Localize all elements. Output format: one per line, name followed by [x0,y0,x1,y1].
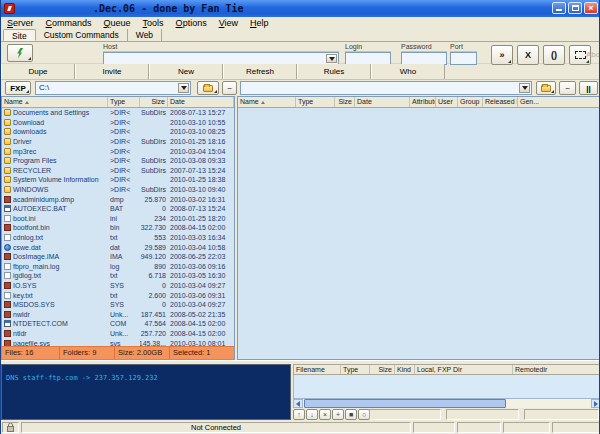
remote-header-group[interactable]: Group [458,97,483,107]
refresh-button[interactable]: Refresh [223,64,297,79]
file-row[interactable]: acadminidump.dmpdmp25.8702010-03-02 16:3… [2,194,234,204]
log-console[interactable]: DNS staff-ftp.com -> 237.357.129.232 [1,364,291,420]
quick-connect-button[interactable] [7,44,33,62]
file-row[interactable]: Program Files>DIR<36 SubDirs2010-03-08 0… [2,156,234,166]
file-cell-name: System Volume Information [2,175,108,184]
file-row[interactable]: RECYCLER>DIR<2 SubDirs2007-07-13 15:24 [2,166,234,176]
file-row[interactable]: NTDETECT.COMCOM47.5642008-04-15 02:00 [2,319,234,329]
remote-header-date[interactable]: Date [355,97,410,107]
local-header-date[interactable]: Date [168,97,234,107]
local-home-button[interactable]: ~ [222,81,237,95]
remote-path-dropdown-button[interactable] [519,83,530,93]
file-row[interactable]: boot.iniini2342010-01-25 18:20 [2,214,234,224]
host-dropdown-button[interactable] [326,54,337,63]
queue-list[interactable] [293,375,600,399]
file-row[interactable]: key.txttxt2.6002010-03-06 09:31 [2,290,234,300]
tilde-label: ~ [565,84,570,93]
file-row[interactable]: downloads>DIR<2010-03-10 08:25 [2,127,234,137]
remote-header-type[interactable]: Type [296,97,335,107]
local-path-dropdown-button[interactable] [178,83,189,93]
file-row[interactable]: igdlog.txttxt6.7182010-03-05 16:30 [2,271,234,281]
invite-button[interactable]: Invite [75,64,149,79]
queue-header-type[interactable]: Type [341,365,370,374]
chevron-down-icon [181,86,187,90]
tab-site[interactable]: Site [3,29,36,41]
menu-item-help[interactable]: Help [244,18,275,28]
remote-header-name[interactable]: Name [238,97,296,107]
menu-item-queue[interactable]: Queue [98,18,137,28]
queue-header-kind[interactable]: Kind [395,365,415,374]
queue-status-box-3 [524,409,599,420]
local-folder-up-button[interactable] [197,81,219,95]
double-arrow-button[interactable]: » [491,45,513,65]
file-row[interactable]: Documents and Settings>DIR<5 SubDirs2008… [2,108,234,118]
remote-header-released-by[interactable]: Released by [483,97,518,107]
tab-web[interactable]: Web [128,29,162,41]
host-label: Host [103,43,339,52]
file-row[interactable]: IO.SYSSYS02010-03-04 09:27 [2,281,234,291]
queue-header-filename[interactable]: Filename [294,365,341,374]
file-row[interactable]: ntldrUnk...257.7202008-04-15 02:00 [2,329,234,339]
file-row[interactable]: DosImage.IMAIMA2.949.1202008-06-25 22:03 [2,252,234,262]
file-row[interactable]: WINDOWS>DIR<42 SubDirs2010-03-10 09:40 [2,185,234,195]
file-row[interactable]: fbpro_main.loglog8902010-03-06 09:16 [2,262,234,272]
rules-button[interactable]: Rules [297,64,371,79]
remote-header-gen-[interactable]: Gen... [518,97,600,107]
local-path-combo[interactable]: C:\ [35,81,191,95]
queue-move-down-button[interactable]: ↓ [306,409,318,420]
menu-item-tools[interactable]: Tools [137,18,170,28]
local-status-strip: Files: 16 Folders: 9 Size: 2.00GB Select… [2,346,234,359]
abort-x-button[interactable]: X [517,45,539,65]
file-row[interactable]: System Volume Information>DIR<2010-01-25… [2,175,234,185]
remote-header-attributes[interactable]: Attributes [410,97,436,107]
queue-header-remotedir[interactable]: Remotedir [513,365,600,374]
local-header-type[interactable]: Type [108,97,140,107]
scroll-right-button[interactable] [591,399,600,408]
close-button[interactable]: × [584,2,598,14]
file-row[interactable]: Download>DIR<2010-03-10 10:55 [2,118,234,128]
scroll-left-button[interactable] [293,399,303,408]
remote-home-button[interactable]: ~ [559,81,576,95]
file-cell-date: 2008-04-15 02:00 [168,223,232,232]
queue-remove-button[interactable]: × [319,409,331,420]
queue-add-button[interactable]: + [332,409,344,420]
file-row[interactable]: nwldrUnk...187.4512008-05-02 21:35 [2,309,234,319]
menu-item-view[interactable]: View [213,18,244,28]
queue-move-up-button[interactable]: ↑ [293,409,305,420]
dupe-button[interactable]: Dupe [1,64,75,79]
queue-save-button[interactable]: ■ [345,409,357,420]
file-cell-size: 6.718 [140,271,168,280]
queue-header-local-fxp-dir[interactable]: Local, FXP Dir [415,365,513,374]
selected-count: Selected: 1 [170,347,234,359]
file-row[interactable]: bootfont.binbin322.7302008-04-15 02:00 [2,223,234,233]
file-row[interactable]: Driver>DIR<5 SubDirs2010-01-25 18:16 [2,137,234,147]
minimize-button[interactable] [552,2,566,14]
menu-item-options[interactable]: Options [170,18,213,28]
queue-scrollbar[interactable] [293,399,600,408]
remote-header-size[interactable]: Size [335,97,355,107]
tab-custom-commands[interactable]: Custom Commands [36,29,128,41]
file-row[interactable]: AUTOEXEC.BATBAT02008-07-13 15:24 [2,204,234,214]
menu-item-server[interactable]: Server [1,18,40,28]
remote-path-combo[interactable] [240,81,532,95]
file-row[interactable]: MSDOS.SYSSYS02010-03-04 09:27 [2,300,234,310]
local-header-size[interactable]: Size [140,97,168,107]
menu-item-commands[interactable]: Commands [40,18,98,28]
file-row[interactable]: cdnlog.txttxt5532010-03-03 16:34 [2,233,234,243]
scrollbar-thumb[interactable] [304,399,506,408]
local-header-name[interactable]: Name [2,97,108,107]
maximize-button[interactable] [568,2,582,14]
new-button[interactable]: New [149,64,223,79]
pause-button[interactable]: || [579,81,598,95]
file-row[interactable]: cswe.datdat29.5892010-03-04 10:58 [2,242,234,252]
queue-header-size[interactable]: Size [370,365,395,374]
file-row[interactable]: pagefile.syssys2.145.38...2010-03-10 08:… [2,338,234,346]
who-button[interactable]: Who [371,64,445,79]
abort-label: Abort [586,50,600,59]
raw-command-button[interactable]: () [543,45,565,65]
file-row[interactable]: mp3rec>DIR<2010-03-04 15:04 [2,146,234,156]
remote-folder-up-button[interactable] [536,81,556,95]
remote-header-user[interactable]: User [436,97,458,107]
folder-icon [4,138,11,145]
fxp-button[interactable]: FXP [5,81,31,95]
